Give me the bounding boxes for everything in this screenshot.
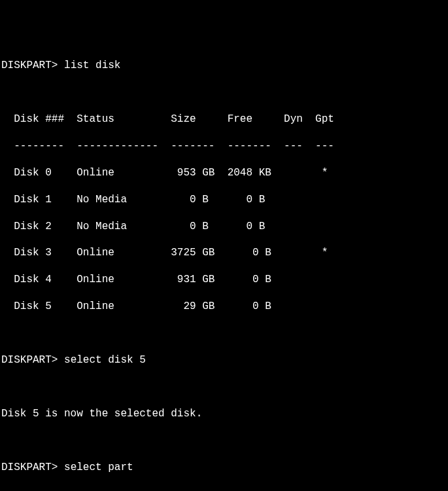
- disk-table-row: Disk 3 Online 3725 GB 0 B *: [1, 246, 447, 259]
- blank-line: [1, 488, 447, 491]
- disk-table-header: Disk ### Status Size Free Dyn Gpt: [1, 113, 447, 126]
- command-line: DISKPART> select part: [1, 461, 447, 474]
- blank-line: [1, 380, 447, 393]
- blank-line: [1, 327, 447, 340]
- blank-line: [1, 86, 447, 99]
- disk-table-separator: -------- ------------- ------- ------- -…: [1, 139, 447, 153]
- output-message: Disk 5 is now the selected disk.: [1, 407, 447, 420]
- command-line: DISKPART> list disk: [1, 59, 447, 72]
- command-text: select disk 5: [64, 354, 146, 366]
- prompt: DISKPART>: [1, 462, 58, 473]
- disk-table-row: Disk 0 Online 953 GB 2048 KB *: [1, 166, 447, 179]
- blank-line: [1, 434, 447, 447]
- prompt: DISKPART>: [1, 60, 58, 71]
- disk-table-row: Disk 4 Online 931 GB 0 B: [1, 273, 447, 286]
- prompt: DISKPART>: [1, 354, 58, 366]
- command-line: DISKPART> select disk 5: [1, 354, 447, 367]
- disk-table-row: Disk 1 No Media 0 B 0 B: [1, 193, 447, 206]
- command-text: list disk: [64, 60, 120, 71]
- command-text: select part: [64, 462, 133, 473]
- disk-table-row: Disk 5 Online 29 GB 0 B: [1, 300, 447, 313]
- disk-table-row: Disk 2 No Media 0 B 0 B: [1, 220, 447, 233]
